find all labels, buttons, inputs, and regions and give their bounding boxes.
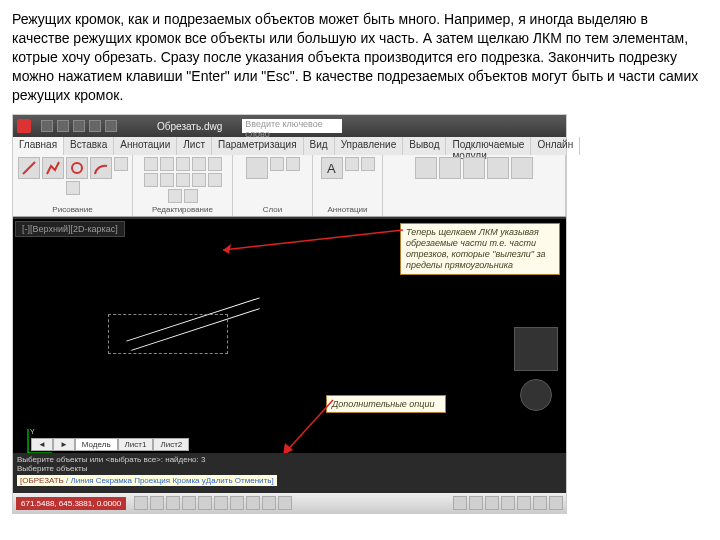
ribbon: Рисование Редактирование [13,155,566,217]
layout-nav-right-icon[interactable]: ► [53,438,75,451]
mirror-icon[interactable] [208,157,222,171]
qat-new-icon[interactable] [41,120,53,132]
hardware-icon[interactable] [517,496,531,510]
viewcube-icon[interactable] [514,327,558,371]
window-title: Обрезать.dwg [157,121,222,132]
status-bar: 671.5488, 645.3881, 0.0000 [13,493,566,513]
layout-tab-sheet2[interactable]: Лист2 [153,438,189,451]
grid-toggle-icon[interactable] [150,496,164,510]
tab-output[interactable]: Вывод [403,137,446,155]
utils-icon[interactable] [487,157,509,179]
svg-text:Y: Y [30,428,35,435]
svg-line-0 [23,162,35,174]
panel-draw-title: Рисование [52,205,92,214]
layout-tab-model[interactable]: Модель [75,438,118,451]
explode-icon[interactable] [168,189,182,203]
otrack-toggle-icon[interactable] [214,496,228,510]
tab-sheet[interactable]: Лист [177,137,212,155]
tab-manage[interactable]: Управление [335,137,404,155]
cmd-history-2: Выберите объекты [17,464,562,473]
layer-sm-2-icon[interactable] [286,157,300,171]
line-tool-icon[interactable] [18,157,40,179]
quick-access-toolbar [41,120,117,132]
draw-small-1-icon[interactable] [114,157,128,171]
osnap-toggle-icon[interactable] [198,496,212,510]
svg-text:A: A [327,161,336,176]
scale-icon[interactable] [144,173,158,187]
draw-small-2-icon[interactable] [66,181,80,195]
panel-edit: Редактирование [133,155,233,216]
command-line[interactable]: [ОБРЕЗАТЬ / Линия Секрамка Проекция Кром… [17,475,277,486]
ribbon-tabs: Главная Вставка Аннотации Лист Параметри… [13,137,566,155]
layout-nav-left-icon[interactable]: ◄ [31,438,53,451]
qp-toggle-icon[interactable] [262,496,276,510]
polyline-tool-icon[interactable] [42,157,64,179]
qat-undo-icon[interactable] [89,120,101,132]
ortho-toggle-icon[interactable] [166,496,180,510]
layout-tab-sheet1[interactable]: Лист1 [118,438,154,451]
move-icon[interactable] [144,157,158,171]
clean-screen-icon[interactable] [549,496,563,510]
tab-plugins[interactable]: Подключаемые модули [446,137,531,155]
callout-extra-options: Дополнительные опции [326,395,446,413]
fillet-icon[interactable] [184,189,198,203]
table-icon[interactable] [361,157,375,171]
panel-layers-title: Слои [263,205,282,214]
erase-icon[interactable] [208,173,222,187]
tab-parametric[interactable]: Параметризация [212,137,304,155]
polar-toggle-icon[interactable] [182,496,196,510]
panel-annot-title: Аннотации [328,205,368,214]
panel-misc [383,155,566,216]
svg-point-1 [72,163,82,173]
panel-annot: A Аннотации [313,155,383,216]
qat-open-icon[interactable] [57,120,69,132]
app-logo-icon[interactable] [17,119,31,133]
panel-layers: Слои [233,155,313,216]
props-icon[interactable] [439,157,461,179]
isolate-icon[interactable] [533,496,547,510]
annoscale-icon[interactable] [469,496,483,510]
offset-icon[interactable] [176,173,190,187]
tab-home[interactable]: Главная [13,137,64,155]
selection-rectangle [108,314,228,354]
block-icon[interactable] [415,157,437,179]
navbar-icon[interactable] [520,379,552,411]
workspace-icon[interactable] [485,496,499,510]
coordinates-display: 671.5488, 645.3881, 0.0000 [16,497,126,510]
qat-redo-icon[interactable] [105,120,117,132]
text-tool-icon[interactable]: A [321,157,343,179]
rotate-icon[interactable] [176,157,190,171]
snap-toggle-icon[interactable] [134,496,148,510]
titlebar: Обрезать.dwg Введите ключевое слово [13,115,566,137]
layer-sm-1-icon[interactable] [270,157,284,171]
search-input[interactable]: Введите ключевое слово [242,119,342,133]
tab-online[interactable]: Онлайн [531,137,580,155]
cmd-history-1: Выберите объекты или <выбрать все>: найд… [17,455,562,464]
tab-annotate[interactable]: Аннотации [114,137,177,155]
intro-paragraph: Режущих кромок, как и подрезаемых объект… [0,0,720,112]
arc-tool-icon[interactable] [90,157,112,179]
group-icon[interactable] [463,157,485,179]
clipboard-icon[interactable] [511,157,533,179]
autocad-screenshot: Обрезать.dwg Введите ключевое слово Глав… [12,114,567,514]
panel-edit-title: Редактирование [152,205,213,214]
qat-save-icon[interactable] [73,120,85,132]
lock-ui-icon[interactable] [501,496,515,510]
circle-tool-icon[interactable] [66,157,88,179]
layer-props-icon[interactable] [246,157,268,179]
lwt-toggle-icon[interactable] [246,496,260,510]
stretch-icon[interactable] [160,173,174,187]
panel-draw: Рисование [13,155,133,216]
callout-trim-instruction: Теперь щелкаем ЛКМ указывая обрезаемые ч… [400,223,560,274]
dyn-toggle-icon[interactable] [230,496,244,510]
viewport-label[interactable]: [-][Верхний][2D-каркас] [15,221,125,237]
dim-icon[interactable] [345,157,359,171]
array-icon[interactable] [192,173,206,187]
sc-toggle-icon[interactable] [278,496,292,510]
trim-icon[interactable] [192,157,206,171]
tab-insert[interactable]: Вставка [64,137,114,155]
model-space-icon[interactable] [453,496,467,510]
copy-icon[interactable] [160,157,174,171]
command-area[interactable]: Выберите объекты или <выбрать все>: найд… [13,453,566,493]
tab-view[interactable]: Вид [304,137,335,155]
